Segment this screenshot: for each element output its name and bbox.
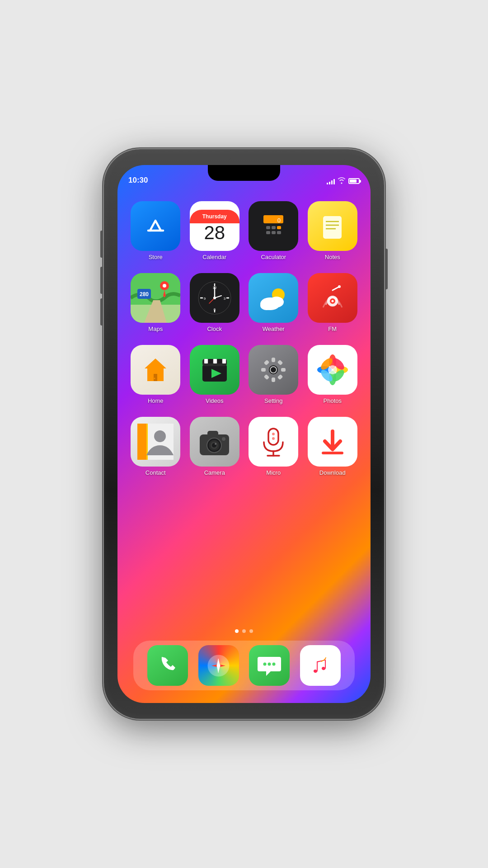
svg-point-41 — [338, 285, 341, 288]
notes-label: Notes — [325, 254, 340, 260]
page-dots — [235, 629, 253, 633]
photos-label: Photos — [324, 397, 342, 404]
svg-point-36 — [260, 301, 273, 310]
store-label: Store — [149, 254, 163, 260]
svg-rect-58 — [277, 360, 283, 366]
svg-text:3: 3 — [224, 297, 226, 301]
download-label: Download — [319, 469, 346, 476]
svg-rect-6 — [272, 231, 276, 234]
svg-rect-56 — [281, 368, 286, 372]
maps-label: Maps — [148, 326, 163, 332]
clock-label: Clock — [207, 326, 222, 332]
svg-point-69 — [328, 365, 337, 374]
app-notes[interactable]: Notes — [305, 201, 360, 260]
fm-label: FM — [328, 326, 337, 332]
svg-point-18 — [163, 284, 166, 288]
setting-label: Setting — [264, 397, 282, 404]
svg-rect-48 — [213, 359, 217, 363]
svg-point-39 — [331, 300, 333, 302]
svg-rect-57 — [264, 360, 270, 366]
status-icons — [327, 177, 360, 185]
svg-rect-55 — [261, 368, 266, 372]
app-store[interactable]: Store — [128, 201, 183, 260]
svg-rect-53 — [272, 358, 275, 362]
camera-label: Camera — [204, 469, 225, 476]
videos-label: Videos — [206, 397, 224, 404]
svg-point-92 — [272, 662, 276, 665]
svg-point-32 — [213, 297, 216, 299]
calendar-day-name: Thursday — [202, 213, 227, 220]
app-fm[interactable]: FM — [305, 273, 360, 332]
svg-rect-59 — [264, 374, 270, 380]
micro-label: Micro — [266, 469, 281, 476]
svg-point-91 — [268, 662, 271, 665]
svg-rect-82 — [268, 429, 278, 445]
calendar-day-number: 28 — [204, 223, 225, 242]
svg-point-90 — [263, 662, 267, 665]
notch — [208, 165, 280, 181]
app-micro[interactable]: Micro — [246, 417, 301, 476]
app-photos[interactable]: Photos — [305, 345, 360, 404]
svg-rect-9 — [323, 216, 342, 239]
app-download[interactable]: Download — [305, 417, 360, 476]
svg-rect-7 — [277, 231, 281, 234]
svg-rect-42 — [154, 374, 157, 381]
svg-text:9: 9 — [204, 297, 206, 301]
app-clock[interactable]: 12 3 6 9 Clock — [188, 273, 242, 332]
phone-screen: 10:30 — [117, 165, 371, 703]
app-setting[interactable]: Setting — [246, 345, 301, 404]
svg-rect-71 — [137, 424, 146, 460]
app-calculator[interactable]: 0 Caculator — [246, 201, 301, 260]
svg-rect-46 — [204, 359, 208, 363]
svg-point-83 — [272, 433, 275, 435]
app-calendar[interactable]: Thursday 28 Calendar — [188, 201, 242, 260]
svg-rect-2 — [266, 226, 270, 229]
svg-text:280: 280 — [140, 291, 149, 297]
svg-point-43 — [154, 378, 155, 379]
svg-rect-50 — [222, 359, 226, 363]
svg-rect-47 — [209, 359, 212, 363]
svg-rect-75 — [207, 431, 218, 436]
svg-point-81 — [222, 437, 225, 441]
svg-rect-4 — [277, 226, 281, 229]
svg-text:0: 0 — [277, 217, 281, 224]
dock-item-phone[interactable] — [147, 645, 188, 686]
dot-1 — [235, 629, 239, 633]
battery-icon — [348, 178, 360, 184]
svg-point-89 — [217, 664, 221, 667]
signal-icon — [327, 178, 335, 184]
app-home[interactable]: Home — [128, 345, 183, 404]
svg-rect-49 — [218, 359, 221, 363]
svg-rect-54 — [272, 377, 275, 382]
app-grid: Store Thursday 28 Calendar — [117, 192, 371, 485]
app-maps[interactable]: 280 Maps — [128, 273, 183, 332]
phone-device: 10:30 — [104, 149, 384, 719]
svg-text:6: 6 — [214, 307, 216, 311]
svg-point-73 — [154, 430, 166, 442]
status-time: 10:30 — [128, 176, 148, 185]
dot-3 — [249, 629, 253, 633]
contact-label: Contact — [145, 469, 166, 476]
svg-rect-3 — [272, 226, 276, 229]
weather-label: Weather — [263, 326, 285, 332]
svg-rect-60 — [277, 374, 283, 380]
dock-item-safari[interactable] — [198, 645, 239, 686]
app-videos[interactable]: Videos — [188, 345, 242, 404]
calculator-label: Caculator — [261, 254, 286, 260]
svg-point-84 — [272, 437, 275, 440]
app-weather[interactable]: Weather — [246, 273, 301, 332]
app-camera[interactable]: Camera — [188, 417, 242, 476]
dock-item-music[interactable] — [300, 645, 341, 686]
dot-2 — [242, 629, 246, 633]
svg-point-80 — [215, 443, 216, 445]
dock — [133, 641, 355, 690]
dock-item-messages[interactable] — [249, 645, 290, 686]
home-label: Home — [148, 397, 164, 404]
svg-rect-5 — [266, 231, 270, 234]
app-contact[interactable]: Contact — [128, 417, 183, 476]
wifi-icon — [338, 177, 346, 185]
calendar-label: Calendar — [202, 254, 226, 260]
